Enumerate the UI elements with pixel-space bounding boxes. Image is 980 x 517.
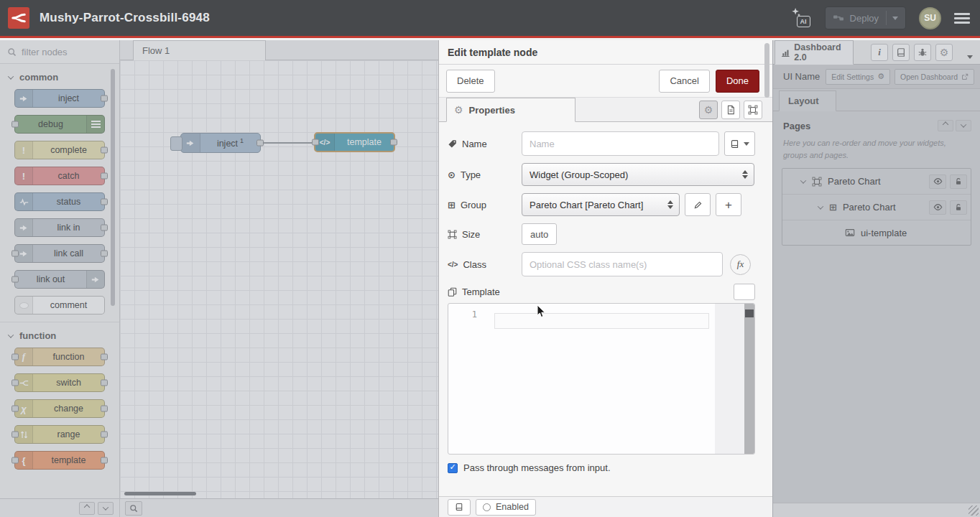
add-group-button[interactable]: + — [716, 193, 741, 216]
palette-collapse-all-button[interactable] — [79, 502, 95, 515]
tree-row-widget[interactable]: ui-template — [782, 220, 971, 245]
passthrough-checkbox[interactable] — [448, 463, 458, 473]
palette-node-debug[interactable]: debug — [14, 115, 105, 134]
tray-scrollbar[interactable] — [764, 43, 769, 98]
collapse-all-button[interactable] — [938, 120, 953, 131]
node-label: range — [33, 429, 104, 439]
wire[interactable] — [263, 142, 316, 144]
main-menu-button[interactable] — [954, 13, 970, 24]
name-input[interactable] — [522, 131, 719, 156]
edit-group-button[interactable] — [685, 193, 711, 216]
palette-node-function[interactable]: f function — [14, 348, 105, 366]
node-label: link out — [15, 274, 86, 284]
palette-node-change[interactable]: χ change — [14, 399, 105, 418]
edit-settings-button[interactable]: Edit Settings ⚙ — [826, 69, 890, 85]
palette-expand-all-button[interactable] — [98, 502, 114, 515]
debug-button[interactable] — [914, 44, 931, 61]
group-select[interactable]: Pareto Chart [Pareto Chart] — [522, 193, 680, 216]
size-button[interactable]: auto — [522, 223, 557, 245]
ai-assistant-button[interactable]: AI — [795, 9, 812, 27]
book-icon — [455, 503, 463, 511]
copy-icon — [448, 287, 457, 297]
tree-item-label: Pareto Chart — [843, 202, 896, 213]
fx-button[interactable]: fx — [730, 254, 751, 275]
open-dashboard-button[interactable]: Open Dashboard — [895, 69, 974, 85]
cancel-button[interactable]: Cancel — [659, 70, 709, 93]
palette-scrollbar[interactable] — [111, 69, 115, 306]
output-port — [101, 457, 108, 464]
divider — [886, 11, 887, 25]
input-port[interactable] — [312, 139, 319, 146]
tree-row-page[interactable]: Pareto Chart — [782, 169, 971, 195]
delete-button[interactable]: Delete — [446, 70, 495, 93]
input-port — [11, 121, 19, 128]
comment-icon — [15, 297, 33, 314]
palette-node-comment[interactable]: comment — [14, 296, 105, 315]
tab-properties[interactable]: ⚙ Properties — [446, 98, 575, 122]
visibility-button[interactable] — [929, 200, 946, 215]
palette-node-link-in[interactable]: link in — [14, 218, 105, 237]
chevron-down-icon[interactable] — [800, 177, 806, 183]
deploy-button[interactable]: Deploy — [825, 6, 906, 29]
tree-row-group[interactable]: ⊞ Pareto Chart — [782, 195, 971, 220]
edit-settings-label: Edit Settings — [831, 73, 874, 81]
canvas-node-inject[interactable]: inject1 — [180, 133, 261, 153]
palette-node-link-call[interactable]: link call — [14, 244, 105, 263]
edit-description-button[interactable] — [721, 101, 740, 119]
page-icon — [812, 177, 822, 187]
edit-properties-button[interactable]: ⚙ — [699, 101, 718, 119]
chevron-down-icon[interactable] — [818, 203, 823, 209]
info-button[interactable]: i — [871, 44, 888, 61]
expand-editor-button[interactable] — [734, 284, 755, 300]
sidebar-menu-button[interactable] — [967, 50, 973, 61]
enabled-toggle-button[interactable]: Enabled — [476, 499, 536, 516]
class-input[interactable] — [522, 252, 723, 276]
inject-trigger-button[interactable] — [170, 136, 182, 151]
tray-form: Name ⊙Type Widget (Group-Scoped) ⊞Group … — [439, 123, 762, 496]
node-help-button[interactable] — [448, 499, 471, 516]
visibility-button[interactable] — [929, 174, 946, 189]
palette-node-inject[interactable]: inject — [14, 89, 105, 108]
type-select[interactable]: Widget (Group-Scoped) — [522, 163, 754, 186]
palette-node-switch[interactable]: switch — [14, 373, 105, 392]
editor-scrollbar[interactable] — [744, 304, 754, 454]
help-button[interactable] — [892, 44, 910, 61]
node-label: link in — [33, 223, 104, 233]
canvas-horizontal-scrollbar[interactable] — [124, 492, 196, 495]
output-port[interactable] — [390, 139, 397, 146]
output-port — [101, 147, 108, 154]
pages-header: Pages — [773, 111, 980, 131]
palette-node-complete[interactable]: ! complete — [14, 141, 105, 159]
palette-node-range[interactable]: range — [14, 425, 105, 444]
palette-node-status[interactable]: status — [14, 192, 105, 211]
palette-node-template[interactable]: { template — [14, 451, 105, 470]
canvas-node-template[interactable]: </> template — [314, 132, 395, 152]
eye-icon — [933, 202, 943, 212]
group-value: Pareto Chart [Pareto Chart] — [530, 200, 643, 210]
palette-search[interactable]: filter nodes — [0, 40, 119, 64]
edit-appearance-button[interactable] — [744, 101, 762, 119]
tab-flow-1[interactable]: Flow 1 — [133, 40, 266, 60]
select-arrows-icon — [742, 170, 748, 179]
lock-button[interactable] — [950, 174, 967, 189]
resize-grip[interactable] — [969, 506, 979, 516]
palette-node-link-out[interactable]: link out — [14, 270, 105, 289]
lock-button[interactable] — [950, 200, 967, 215]
input-port — [11, 251, 19, 257]
palette-category-function[interactable]: function — [0, 322, 119, 348]
palette-category-common[interactable]: common — [0, 64, 119, 89]
template-code-editor[interactable]: 1 — [448, 303, 755, 455]
user-avatar[interactable]: SU — [919, 7, 941, 29]
class-label: Class — [463, 259, 486, 270]
palette-node-catch[interactable]: ! catch — [14, 167, 105, 185]
config-button[interactable]: ⚙ — [935, 44, 953, 61]
unlock-icon — [954, 177, 963, 186]
tab-dashboard-2[interactable]: Dashboard 2.0 — [775, 40, 854, 65]
deploy-caret-icon[interactable] — [892, 17, 898, 20]
tab-layout[interactable]: Layout — [779, 90, 836, 111]
expand-all-button[interactable] — [956, 120, 971, 131]
done-button[interactable]: Done — [716, 70, 759, 93]
library-button[interactable] — [724, 131, 755, 156]
canvas-search-button[interactable] — [125, 501, 142, 516]
output-port[interactable] — [256, 140, 264, 146]
